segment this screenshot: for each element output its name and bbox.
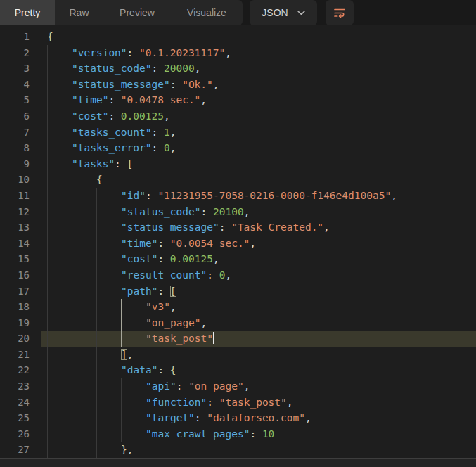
- token-pun: ,: [250, 238, 256, 249]
- token-key: "time": [72, 94, 108, 105]
- token-key: "tasks": [72, 158, 115, 169]
- token-pun: ,: [164, 110, 170, 122]
- response-toolbar: Pretty Raw Preview Visualize JSON: [0, 0, 476, 25]
- token-pun: ,: [391, 190, 397, 201]
- bottom-panel-edge: [0, 458, 476, 467]
- code-line: 9"tasks": [: [0, 156, 476, 172]
- token-pun: ,: [244, 380, 250, 392]
- text-cursor: [213, 332, 214, 344]
- token-pun: ,: [170, 301, 176, 312]
- token-key: "target": [146, 412, 195, 423]
- code-line: 19"on_page",: [0, 315, 476, 331]
- token-key: "path": [121, 286, 157, 297]
- token-pun: :: [108, 94, 120, 105]
- token-brkx: ]: [121, 349, 127, 360]
- token-key: "time": [121, 238, 157, 249]
- code-text: "status_message": "Ok.",: [0, 77, 476, 93]
- token-pun: :: [195, 412, 207, 423]
- code-text: "path": [: [0, 283, 476, 300]
- code-line: 17"path": [: [0, 283, 476, 300]
- code-line: 1{: [0, 29, 476, 45]
- token-pun: ,: [213, 79, 219, 90]
- token-str: "dataforseo.com": [207, 412, 305, 423]
- token-pun: ,: [323, 222, 330, 233]
- code-text: "function": "task_post",: [0, 395, 476, 411]
- token-key: "max_crawl_pages": [146, 428, 250, 440]
- code-text: "id": "11231955-7058-0216-0000-f146e4d10…: [0, 188, 476, 204]
- wrap-text-icon: [332, 5, 347, 20]
- code-text: {: [0, 172, 476, 188]
- token-str: "0.0054 sec.": [170, 238, 250, 249]
- code-line: 21],: [0, 347, 476, 363]
- token-str: "on_page": [188, 380, 244, 392]
- token-pun: ,: [244, 206, 250, 217]
- code-text: },: [0, 442, 476, 458]
- code-text: "cost": 0.00125,: [0, 108, 476, 124]
- code-line: 13"status_message": "Task Created.",: [0, 219, 476, 236]
- response-body-editor[interactable]: 1{2"version": "0.1.20231117",3"status_co…: [0, 25, 476, 458]
- code-text: "version": "0.1.20231117",: [0, 45, 476, 61]
- code-text: {: [0, 29, 476, 45]
- token-pun: :: [152, 63, 164, 74]
- code-line: 10{: [0, 172, 476, 188]
- token-key: "version": [72, 47, 127, 58]
- token-str: "0.1.20231117": [139, 47, 225, 58]
- code-text: "cost": 0.00125,: [0, 251, 476, 267]
- token-num: 1: [164, 127, 170, 138]
- code-text: ],: [0, 347, 476, 363]
- token-pun: ,: [127, 444, 134, 455]
- wrap-text-button[interactable]: [326, 0, 354, 25]
- token-key: "status_code": [72, 63, 152, 74]
- token-pun: ,: [170, 142, 176, 153]
- tab-pretty[interactable]: Pretty: [0, 0, 55, 25]
- token-key: "tasks_error": [72, 142, 152, 153]
- code-line: 18"v3",: [0, 299, 476, 315]
- token-pun: :: [170, 79, 182, 90]
- tab-preview[interactable]: Preview: [103, 0, 171, 25]
- token-key: "cost": [72, 110, 108, 122]
- code-line: 5"time": "0.0478 sec.",: [0, 92, 476, 108]
- tab-visualize[interactable]: Visualize: [171, 0, 243, 25]
- token-num: 0.00125: [170, 253, 213, 264]
- token-pun: ,: [170, 127, 176, 138]
- token-brk: }: [121, 444, 127, 455]
- token-pun: ,: [225, 269, 231, 281]
- code-line: 23"api": "on_page",: [0, 378, 476, 395]
- code-line: 2"version": "0.1.20231117",: [0, 45, 476, 61]
- token-str: "11231955-7058-0216-0000-f146e4d100a5": [157, 190, 391, 201]
- code-text: "status_message": "Task Created.",: [0, 219, 476, 236]
- token-pun: ,: [213, 253, 219, 264]
- token-str: "on_page": [146, 317, 201, 328]
- token-key: "status_code": [121, 206, 201, 217]
- token-pun: :: [157, 364, 169, 376]
- code-line: 7"tasks_count": 1,: [0, 124, 476, 141]
- token-pun: :: [219, 222, 231, 233]
- token-key: "api": [146, 380, 176, 392]
- tab-raw[interactable]: Raw: [55, 0, 103, 25]
- token-key: "result_count": [121, 269, 207, 281]
- code-line: 15"cost": 0.00125,: [0, 251, 476, 267]
- token-key: "data": [121, 364, 157, 376]
- response-view-tabs: Pretty Raw Preview Visualize: [0, 0, 243, 25]
- code-text: "target": "dataforseo.com",: [0, 410, 476, 426]
- token-num: 20100: [213, 206, 244, 217]
- code-line: 26"max_crawl_pages": 10: [0, 426, 476, 442]
- token-key: "function": [146, 397, 207, 408]
- token-str: "task_post": [146, 333, 213, 344]
- token-pun: ,: [127, 349, 134, 360]
- token-str: "Task Created.": [231, 222, 323, 233]
- language-select-dropdown[interactable]: JSON: [250, 0, 317, 25]
- token-pun: :: [152, 127, 164, 138]
- code-text: "time": "0.0478 sec.",: [0, 92, 476, 108]
- code-line: 14"time": "0.0054 sec.",: [0, 236, 476, 252]
- code-text: "time": "0.0054 sec.",: [0, 236, 476, 252]
- token-pun: ,: [200, 94, 207, 105]
- code-line: 25"target": "dataforseo.com",: [0, 410, 476, 426]
- code-text: "tasks_error": 0,: [0, 140, 476, 156]
- token-str: "0.0478 sec.": [121, 94, 201, 105]
- token-pun: :: [108, 110, 120, 122]
- token-pun: :: [207, 397, 219, 408]
- token-str: "task_post": [219, 397, 287, 408]
- code-line: 6"cost": 0.00125,: [0, 108, 476, 124]
- code-text: "api": "on_page",: [0, 378, 476, 395]
